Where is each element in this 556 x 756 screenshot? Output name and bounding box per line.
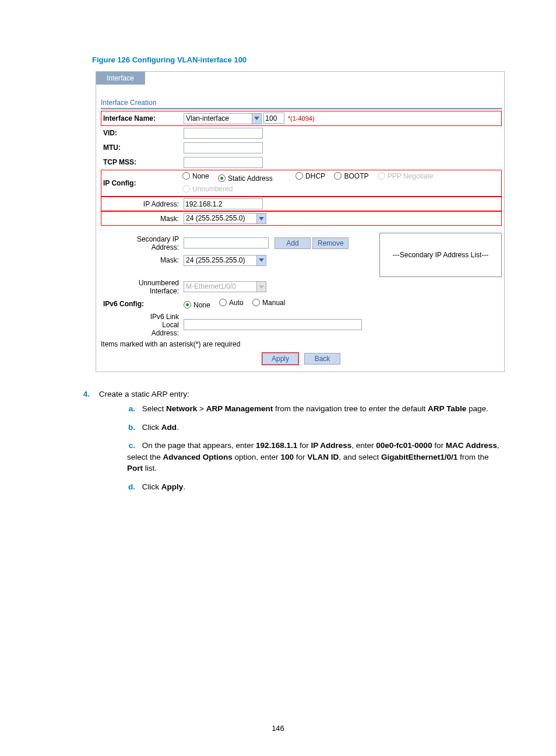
tcpmss-input[interactable] (184, 157, 263, 168)
radio-none[interactable]: None (182, 172, 209, 180)
chevron-down-icon[interactable] (256, 213, 266, 224)
divider (101, 108, 502, 110)
label-interface-name: Interface Name: (101, 111, 181, 126)
label-ipv6-config: IPv6 Config: (101, 297, 181, 311)
label-mtu: MTU: (101, 141, 181, 155)
label-secondary-ip: Secondary IP Address: (101, 233, 181, 253)
mtu-input[interactable] (184, 142, 263, 153)
svg-marker-3 (259, 285, 264, 289)
figure-caption: Figure 126 Configuring VLAN-interface 10… (92, 55, 504, 64)
interface-type-value: Vlan-interface (184, 113, 252, 124)
mask-value: 24 (255.255.255.0) (184, 213, 256, 224)
action-bar: Apply Back (101, 351, 502, 368)
radio-unnumbered[interactable]: Unnumbered (182, 185, 233, 193)
svg-marker-2 (259, 258, 264, 262)
secondary-list-header: ---Secondary IP Address List--- (393, 251, 489, 259)
svg-marker-0 (254, 117, 259, 120)
chevron-down-icon[interactable] (256, 255, 266, 266)
radio-ipv6-auto[interactable]: Auto (219, 299, 244, 307)
chevron-down-icon (256, 281, 266, 292)
ipv6-link-input[interactable] (184, 319, 362, 330)
label-vid: VID: (101, 126, 181, 141)
unnumbered-if-value: M-Ethernet1/0/0 (184, 281, 256, 292)
secondary-ip-list: ---Secondary IP Address List--- (380, 233, 502, 277)
label-unnumbered-if: Unnumbered Interface: (101, 277, 181, 297)
secondary-mask-select[interactable]: 24 (255.255.255.0) (184, 255, 266, 266)
label-mask: Mask: (101, 211, 181, 226)
label-tcpmss: TCP MSS: (101, 155, 181, 170)
radio-dhcp[interactable]: DHCP (295, 172, 325, 180)
section-title: Interface Creation (101, 99, 502, 107)
step-title: Create a static ARP entry: (99, 390, 189, 398)
radio-ipv6-none[interactable]: None (184, 301, 210, 309)
substep-b: b. Click Add. (127, 422, 506, 433)
unnumbered-if-select: M-Ethernet1/0/0 (184, 281, 266, 292)
tab-interface[interactable]: Interface (96, 72, 145, 85)
label-mask2: Mask: (101, 253, 181, 268)
interface-id-hint: *(1-4094) (287, 115, 315, 122)
label-ipaddress: IP Address: (101, 197, 181, 211)
tab-bar: Interface (96, 72, 504, 85)
substep-c: c. On the page that appears, enter 192.1… (127, 440, 506, 474)
add-button[interactable]: Add (275, 237, 311, 249)
interface-id-input[interactable] (263, 113, 284, 124)
secondary-ip-input[interactable] (184, 237, 269, 249)
required-note: Items marked with an asterisk(*) are req… (101, 340, 502, 348)
radio-ppp[interactable]: PPP Negotiate (378, 172, 434, 180)
interface-type-select[interactable]: Vlan-interface (184, 113, 262, 124)
form-table: Interface Name: Vlan-interface *(1-4094) (101, 111, 502, 339)
radio-static[interactable]: Static Address (218, 174, 273, 183)
mask-select[interactable]: 24 (255.255.255.0) (184, 213, 266, 224)
page-number: 146 (0, 724, 556, 733)
step-number: 4. (75, 388, 90, 400)
substep-a: a. Select Network > ARP Management from … (127, 403, 506, 415)
back-button[interactable]: Back (304, 353, 340, 365)
chevron-down-icon[interactable] (252, 113, 262, 124)
label-ipconfig: IP Config: (101, 170, 181, 197)
substep-d: d. Click Apply. (127, 481, 506, 493)
svg-marker-1 (259, 217, 264, 220)
secondary-mask-value: 24 (255.255.255.0) (184, 255, 256, 266)
instruction-text: 4. Create a static ARP entry: a. Select … (92, 388, 506, 493)
ip-address-input[interactable] (184, 198, 263, 209)
radio-bootp[interactable]: BOOTP (334, 172, 368, 180)
apply-button[interactable]: Apply (262, 353, 298, 365)
radio-ipv6-manual[interactable]: Manual (252, 299, 285, 307)
label-ipv6-link: IPv6 Link Local Address: (101, 311, 181, 339)
vid-input[interactable] (184, 128, 263, 139)
config-panel: Interface Interface Creation Interface N… (96, 71, 505, 372)
remove-button[interactable]: Remove (312, 237, 349, 249)
